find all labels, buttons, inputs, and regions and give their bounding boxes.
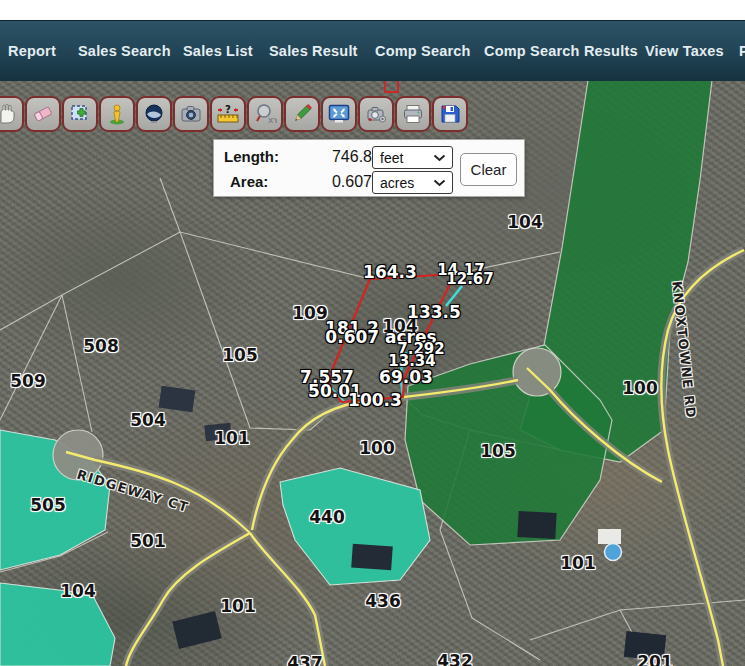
pencil-icon xyxy=(290,102,314,126)
globe-icon xyxy=(142,102,166,126)
camera-gear-icon xyxy=(364,102,388,126)
nav-item-truncated[interactable]: P xyxy=(739,21,745,81)
print-button[interactable] xyxy=(395,96,431,132)
nav-item-sales-list[interactable]: Sales List xyxy=(183,21,253,81)
measurement-panel: Length: 746.8 feet Area: 0.607 acres Cle… xyxy=(213,139,525,197)
area-unit-value: acres xyxy=(373,175,433,191)
person-icon xyxy=(105,102,129,126)
printer-icon xyxy=(401,102,425,126)
area-value: 0.607 xyxy=(306,173,372,191)
google-earth-button[interactable] xyxy=(136,96,172,132)
measure-icon: ? xyxy=(215,102,241,126)
svg-text:?: ? xyxy=(225,104,231,115)
nav-item-comp-search[interactable]: Comp Search xyxy=(375,21,471,81)
length-label: Length: xyxy=(224,148,279,165)
main-navigation-bar: Report Sales Search Sales List Sales Res… xyxy=(0,20,745,81)
hand-icon xyxy=(0,102,18,126)
chevron-down-icon xyxy=(433,154,446,162)
nav-item-comp-search-results[interactable]: Comp Search Results xyxy=(484,21,638,81)
zoom-xy-button[interactable]: XY xyxy=(247,96,283,132)
eraser-icon xyxy=(31,102,55,126)
camera-icon xyxy=(179,102,203,126)
svg-text:XY: XY xyxy=(268,117,277,125)
snapshot-button[interactable] xyxy=(358,96,394,132)
save-floppy-icon xyxy=(438,102,462,126)
nav-item-sales-search[interactable]: Sales Search xyxy=(78,21,171,81)
save-button[interactable] xyxy=(432,96,468,132)
full-extent-button[interactable] xyxy=(321,96,357,132)
clear-measurement-button[interactable]: Clear xyxy=(460,153,517,186)
measure-tool-button[interactable]: ? xyxy=(210,96,246,132)
area-label: Area: xyxy=(230,173,268,190)
gis-map-window: 109 508 509 105 504 101 104 104 100 100 … xyxy=(0,0,745,666)
eraser-tool-button[interactable] xyxy=(25,96,61,132)
length-value: 746.8 xyxy=(306,148,372,166)
draw-pencil-button[interactable] xyxy=(284,96,320,132)
pan-tool-button[interactable] xyxy=(0,96,24,132)
photo-camera-button[interactable] xyxy=(173,96,209,132)
area-unit-select[interactable]: acres xyxy=(372,171,453,194)
full-extent-monitor-icon xyxy=(327,102,351,126)
nav-item-report[interactable]: Report xyxy=(8,21,56,81)
nav-item-view-taxes[interactable]: View Taxes xyxy=(645,21,724,81)
page-top-strip xyxy=(0,0,745,20)
magnifier-xy-icon: XY xyxy=(253,102,277,126)
select-add-tool-button[interactable] xyxy=(62,96,98,132)
chevron-down-icon xyxy=(433,179,446,187)
length-unit-value: feet xyxy=(373,150,433,166)
nav-item-sales-result[interactable]: Sales Result xyxy=(269,21,358,81)
select-add-icon xyxy=(68,102,92,126)
street-view-tool-button[interactable] xyxy=(99,96,135,132)
length-unit-select[interactable]: feet xyxy=(372,146,453,169)
